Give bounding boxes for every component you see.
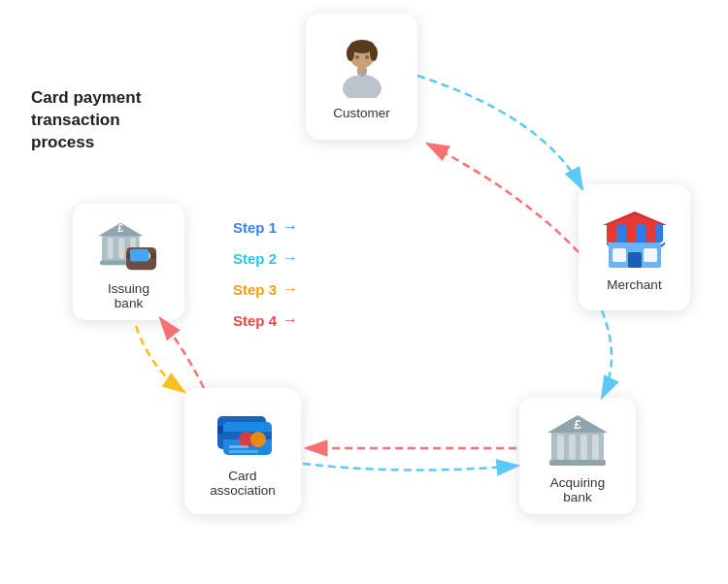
diagram-container: Card paymenttransactionprocess Customer bbox=[0, 0, 728, 584]
step3-arrow: → bbox=[282, 280, 298, 298]
svg-point-31 bbox=[250, 432, 266, 447]
customer-icon bbox=[334, 38, 390, 98]
svg-rect-36 bbox=[118, 238, 124, 258]
svg-rect-19 bbox=[557, 435, 564, 460]
merchant-card: Merchant bbox=[579, 184, 690, 310]
svg-marker-17 bbox=[607, 214, 663, 225]
card-association-icon bbox=[210, 408, 276, 461]
step2-arrow: → bbox=[282, 249, 298, 267]
customer-card: Customer bbox=[306, 14, 417, 140]
svg-rect-14 bbox=[644, 248, 657, 262]
step2-item: Step 2 → bbox=[233, 249, 298, 267]
acquiring-bank-label: Acquiringbank bbox=[550, 475, 605, 504]
arrow-card-assoc-to-acquiring bbox=[303, 464, 518, 470]
svg-rect-9 bbox=[607, 223, 616, 243]
issuing-bank-label: Issuingbank bbox=[108, 281, 149, 310]
svg-point-2 bbox=[347, 46, 354, 61]
svg-rect-11 bbox=[645, 223, 655, 243]
issuing-bank-card: £ Issuingbank bbox=[73, 204, 184, 320]
svg-rect-10 bbox=[626, 223, 636, 243]
step3-item: Step 3 → bbox=[233, 280, 298, 298]
svg-rect-21 bbox=[580, 435, 587, 460]
svg-rect-13 bbox=[612, 248, 626, 262]
svg-point-3 bbox=[370, 46, 378, 61]
svg-rect-20 bbox=[569, 435, 576, 460]
svg-point-4 bbox=[355, 55, 359, 59]
card-association-card: Cardassociation bbox=[184, 388, 301, 514]
step1-arrow: → bbox=[282, 218, 298, 236]
step3-label: Step 3 bbox=[233, 281, 277, 298]
card-association-label: Cardassociation bbox=[210, 469, 276, 498]
step1-item: Step 1 → bbox=[233, 218, 298, 236]
svg-rect-32 bbox=[229, 445, 248, 448]
merchant-label: Merchant bbox=[607, 277, 661, 292]
step2-label: Step 2 bbox=[233, 250, 277, 267]
svg-rect-15 bbox=[628, 252, 642, 268]
merchant-icon bbox=[603, 208, 667, 270]
arrow-customer-to-merchant bbox=[417, 76, 582, 189]
svg-text:£: £ bbox=[574, 417, 581, 432]
step1-label: Step 1 bbox=[233, 219, 277, 236]
arrow-merchant-to-customer bbox=[427, 144, 579, 252]
issuing-bank-icon: £ bbox=[97, 217, 161, 274]
svg-rect-25 bbox=[549, 460, 606, 466]
svg-point-6 bbox=[343, 75, 381, 98]
arrow-card-assoc-to-issuing bbox=[160, 318, 204, 388]
acquiring-bank-card: £ Acquiringbank bbox=[519, 398, 636, 514]
acquiring-bank-icon: £ bbox=[547, 411, 608, 468]
customer-label: Customer bbox=[333, 106, 390, 120]
svg-text:£: £ bbox=[117, 222, 123, 234]
step4-arrow: → bbox=[282, 311, 298, 329]
svg-rect-33 bbox=[229, 450, 258, 453]
step4-label: Step 4 bbox=[233, 312, 277, 329]
svg-point-5 bbox=[365, 55, 369, 59]
arrow-issuing-to-card-assoc bbox=[136, 326, 184, 392]
svg-rect-35 bbox=[107, 238, 113, 258]
diagram-title: Card paymenttransactionprocess bbox=[31, 87, 141, 154]
svg-rect-44 bbox=[129, 249, 148, 262]
step4-item: Step 4 → bbox=[233, 311, 298, 329]
arrow-merchant-to-acquiring bbox=[602, 310, 612, 398]
steps-legend: Step 1 → Step 2 → Step 3 → Step 4 → bbox=[233, 218, 298, 329]
svg-rect-22 bbox=[592, 435, 599, 460]
